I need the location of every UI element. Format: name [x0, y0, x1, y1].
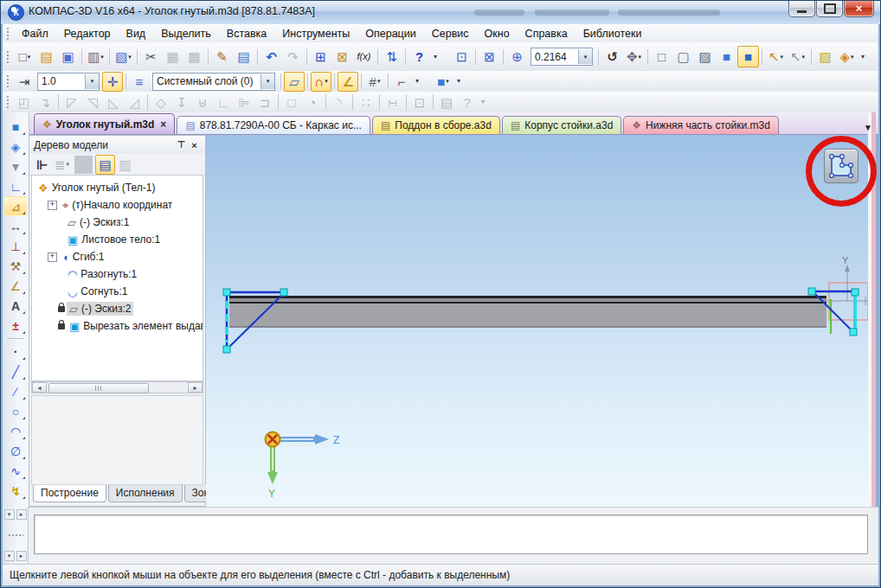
tab-nizhnyaya[interactable]: ❖ Нижняя часть стойки.m3d: [623, 116, 779, 134]
point-button[interactable]: ·: [4, 342, 27, 361]
bend-line-op-button[interactable]: ↴ ▾: [35, 93, 55, 112]
tree-item-cut-extrude[interactable]: ▣ Вырезать элемент выдав: [32, 317, 203, 335]
lightning-spline-button[interactable]: ↯: [4, 481, 27, 501]
toolbar-overflow-5[interactable]: ▾ ▾: [478, 93, 488, 112]
spline-button[interactable]: ∿: [4, 461, 27, 481]
sketch-handle[interactable]: [223, 289, 230, 296]
menu-editor[interactable]: Редактор: [56, 26, 119, 42]
zoom-in-button[interactable]: ⊕ ▾: [506, 46, 528, 67]
maximize-button[interactable]: [816, 0, 843, 17]
toolbar-overflow[interactable]: ▾ ▾: [430, 47, 440, 67]
sketch-handle[interactable]: [850, 329, 857, 336]
bend-sketch-op-button[interactable]: ◿ ▾: [124, 93, 145, 112]
magnet-button[interactable]: ∩ ▾: [311, 72, 331, 92]
tree-expander-icon[interactable]: +: [48, 252, 57, 262]
layer-combo[interactable]: Системный слой (0) ▾: [150, 73, 278, 91]
sketch-button[interactable]: ▱ ▾: [284, 72, 305, 92]
bend-angle-op-button[interactable]: ◹ ▾: [82, 93, 103, 112]
bend-tool-button[interactable]: ∟: [4, 176, 27, 196]
tab-list-dropdown-icon[interactable]: ▼: [864, 123, 872, 583]
document-sections-button[interactable]: ▤: [95, 155, 115, 175]
bend-op-button[interactable]: ◸ ▾: [61, 93, 82, 112]
conditional-intersection-button[interactable]: A: [4, 296, 27, 316]
variables-window-button[interactable]: ⊞ ▾: [310, 46, 331, 67]
viewport-3d[interactable]: Y: [206, 135, 868, 507]
sheet-body-op-button[interactable]: ◰ ▾: [14, 93, 35, 112]
circle-button[interactable]: ○: [4, 401, 27, 421]
ruled-op-button[interactable]: ◇ ▾: [151, 93, 171, 112]
close-panel-icon[interactable]: ×: [188, 140, 201, 150]
panel-tab-ispolneniya[interactable]: Исполнения: [108, 485, 183, 502]
paste-button[interactable]: ▩ ▾: [183, 46, 205, 67]
toolbar-grip[interactable]: [6, 74, 10, 88]
tree-item-unbend[interactable]: ◠ Разогнуть:1: [32, 265, 203, 283]
menu-window[interactable]: Окно: [477, 26, 518, 42]
segment-button[interactable]: ∕: [4, 381, 27, 401]
panel-expand-icon[interactable]: ▸: [16, 551, 27, 561]
ellipse-button[interactable]: ∅: [4, 441, 27, 461]
new-document-button[interactable]: □ ▾: [14, 46, 35, 67]
open-button[interactable]: ▤ ▾: [35, 46, 57, 67]
closure-op-button[interactable]: ⊐ ▾: [254, 93, 275, 112]
menu-operations[interactable]: Операции: [357, 26, 423, 42]
scale-combo[interactable]: 0.2164 ▾: [528, 47, 595, 67]
toolbar-overflow-4[interactable]: ▾ ▾: [453, 73, 464, 91]
tree-item-root[interactable]: ❖ Уголок гнутый (Тел-1): [32, 179, 203, 196]
tree-horizontal-scrollbar[interactable]: ◂ ▸: [31, 381, 203, 393]
no-hidden-lines-button[interactable]: ▢ ▾: [672, 46, 694, 67]
auxiliary-line-button[interactable]: ╱: [4, 361, 27, 381]
combo-box[interactable]: 1.0 ▾: [37, 73, 100, 91]
corner-op-button[interactable]: ∟ ▾: [213, 93, 234, 112]
print-button[interactable]: ▥ ▾: [85, 46, 106, 67]
panel-collapse-icon[interactable]: ▾: [4, 551, 15, 561]
undo-button[interactable]: ↶ ▾: [260, 46, 282, 67]
hidden-thin-mode-button[interactable]: ▨ ▾: [694, 46, 716, 67]
tab-ugolok-gnutyj[interactable]: ❖ Уголок гнутый.m3d ×: [34, 113, 175, 134]
redo-button[interactable]: ↷ ▾: [282, 46, 304, 67]
datum-button[interactable]: ⊥: [4, 236, 27, 256]
zoom-area-button[interactable]: ⊠ ▾: [479, 46, 500, 67]
menu-insert[interactable]: Вставка: [219, 26, 274, 42]
tab-close-icon[interactable]: ×: [160, 118, 166, 131]
scrollbar-thumb[interactable]: [48, 383, 149, 393]
bend-edge-op-button[interactable]: ◺ ▾: [103, 93, 124, 112]
check-op-button[interactable]: ▤ ▾: [436, 93, 457, 112]
selection-filter-button[interactable]: ↖ ▾: [787, 46, 808, 67]
pan-button[interactable]: ✥ ▾: [623, 46, 645, 67]
sketch-handle[interactable]: [852, 289, 858, 296]
cut-button[interactable]: ✂ ▾: [140, 46, 162, 67]
dropdown-arrow-icon[interactable]: ▾: [578, 49, 592, 64]
sketch-mode-indicator[interactable]: [824, 149, 858, 183]
tree-item-bend[interactable]: + ◖ Сгиб:1: [32, 248, 203, 265]
origin-triad[interactable]: [266, 432, 330, 485]
menu-file[interactable]: Файл: [14, 26, 56, 42]
wireframe-mode-button[interactable]: □ ▾: [651, 46, 672, 67]
variables-button[interactable]: ⊠ ▾: [331, 46, 353, 67]
panel-expand-icon[interactable]: ▸: [16, 509, 27, 520]
arc-button[interactable]: ◠: [4, 421, 27, 441]
format-brush-button[interactable]: ✎ ▾: [211, 46, 233, 67]
tree-item-origin[interactable]: + ⌖ (т)Начало координат: [32, 196, 203, 214]
functions-button[interactable]: f(x) ▾: [353, 46, 375, 67]
plate-op-button[interactable]: □ ▾: [281, 93, 302, 112]
tree-structure-button[interactable]: ⊩: [32, 155, 52, 175]
rounding-op-button[interactable]: ◝ ▾: [329, 93, 350, 112]
quick-shaded-button[interactable]: ■ ▾: [433, 72, 453, 92]
menu-libraries[interactable]: Библиотеки: [576, 26, 650, 42]
ortho-button[interactable]: ∠ ▾: [338, 72, 358, 92]
tree-item-rebend[interactable]: ◡ Согнуть:1: [32, 283, 203, 300]
sheet-part-bar[interactable]: [229, 296, 826, 328]
edit-part-button[interactable]: ■: [4, 117, 27, 137]
scroll-right-icon[interactable]: ▸: [188, 382, 203, 393]
auxiliary-geometry-button[interactable]: ⚒: [4, 256, 27, 276]
toolbar-grip[interactable]: [6, 95, 10, 109]
current-step-button[interactable]: ⇥ ▾: [14, 72, 35, 92]
message-input-area[interactable]: [34, 514, 868, 554]
scroll-left-icon[interactable]: ◂: [32, 382, 47, 393]
tree-expander-icon[interactable]: +: [48, 201, 57, 210]
sketch-handle[interactable]: [223, 346, 230, 353]
tab-korpus[interactable]: ▤ Корпус стойки.a3d: [502, 116, 621, 134]
context-help-button[interactable]: ? ▾: [408, 46, 430, 67]
sketch-handle[interactable]: [808, 288, 815, 295]
step-combo[interactable]: 1.0 ▾: [35, 73, 102, 91]
